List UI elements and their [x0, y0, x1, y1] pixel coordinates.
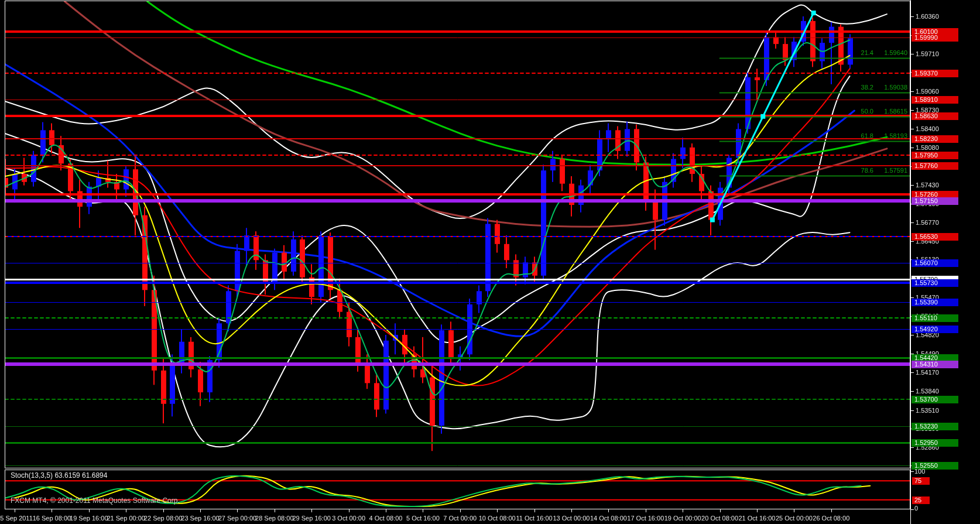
time-axis-label: 19 Oct 00:00 — [664, 515, 701, 522]
stoch-level-badge: 75 — [912, 477, 930, 485]
price-tick-label: 1.53510 — [916, 407, 939, 415]
price-tick-label: 1.56770 — [916, 219, 939, 227]
time-axis-label: 13 Oct 00:00 — [553, 515, 590, 522]
price-level-badge: 1.53230 — [912, 423, 958, 430]
fib-level-label: 1.58193 — [875, 132, 907, 140]
fib-level-label: 1.58615 — [875, 108, 907, 115]
price-tick-label: 1.53840 — [916, 388, 939, 395]
fib-level-label: 1.57591 — [875, 167, 907, 174]
time-axis-label: 22 Sep 08:00 — [144, 515, 182, 522]
time-axis-label: 27 Sep 00:00 — [218, 515, 256, 522]
price-level-badge: 1.59990 — [912, 34, 958, 42]
time-axis-label: 21 Sep 00:00 — [107, 515, 145, 522]
price-level-badge: 1.58910 — [912, 96, 958, 104]
fib-level-label: 1.59038 — [875, 84, 907, 91]
time-axis-label: 10 Oct 08:00 — [479, 515, 516, 522]
price-tick-label: 1.59710 — [916, 50, 939, 58]
price-level-badge: 1.57950 — [912, 152, 958, 159]
price-level-badge: 1.52950 — [912, 439, 958, 447]
price-level-badge: 1.58230 — [912, 135, 958, 143]
time-axis-label: 25 Oct 00:00 — [776, 515, 813, 522]
copyright-text: FXCM MT4, © 2001-2011 MetaQuotes Softwar… — [11, 497, 180, 505]
time-axis-label: 5 Oct 16:00 — [406, 515, 440, 522]
time-axis-label: 14 Oct 08:00 — [590, 515, 627, 522]
price-tick-label: 1.54170 — [916, 369, 939, 376]
time-axis-label: 29 Sep 16:00 — [292, 515, 330, 522]
fib-level-label: 1.59640 — [875, 49, 907, 57]
price-tick-label: 1.58400 — [916, 125, 939, 133]
stoch-level-badge: 25 — [912, 496, 930, 504]
time-axis-label: 28 Sep 08:00 — [255, 515, 293, 522]
price-level-badge: 1.53700 — [912, 396, 958, 403]
time-axis-label: 16 Sep 08:00 — [33, 515, 71, 522]
price-tick-label: 1.57430 — [916, 181, 939, 189]
time-axis-label: 4 Oct 08:00 — [369, 515, 403, 522]
time-axis-label: 23 Sep 16:00 — [181, 515, 219, 522]
stoch-scale-bottom: 0 — [914, 505, 918, 512]
price-chart-canvas[interactable] — [0, 0, 980, 524]
stoch-indicator-label: Stoch(13,3,5) 63.6159 61.6894 — [11, 472, 107, 480]
price-level-badge: 1.59370 — [912, 70, 958, 77]
time-axis-label: 3 Oct 00:00 — [332, 515, 365, 522]
price-tick-label: 1.58080 — [916, 144, 939, 152]
price-level-badge: 1.55730 — [912, 279, 958, 287]
price-tick-label: 1.60360 — [916, 13, 939, 20]
price-level-badge: 1.57760 — [912, 162, 958, 170]
price-level-badge: 1.56530 — [912, 233, 958, 241]
price-level-badge: 1.54920 — [912, 326, 958, 333]
fib-level-label: 78.6 — [838, 167, 873, 174]
fib-level-label: 38.2 — [838, 84, 873, 91]
time-axis-label: 15 Sep 2011 — [0, 515, 33, 522]
stoch-scale-top: 100 — [914, 468, 925, 475]
time-axis-label: 11 Oct 16:00 — [516, 515, 553, 522]
fib-level-label: 50.0 — [838, 108, 873, 115]
time-axis-label: 17 Oct 16:00 — [627, 515, 664, 522]
time-axis-label: 20 Oct 08:00 — [701, 515, 738, 522]
fib-level-label: 61.8 — [838, 132, 873, 140]
time-axis-label: 7 Oct 00:00 — [443, 515, 477, 522]
price-level-badge: 1.55110 — [912, 314, 958, 322]
price-level-badge: 1.54310 — [912, 361, 958, 368]
price-level-badge: 1.58630 — [912, 112, 958, 120]
time-axis-label: 26 Oct 08:00 — [813, 515, 849, 522]
time-axis-label: 19 Sep 16:00 — [70, 515, 108, 522]
price-level-badge: 1.56070 — [912, 259, 958, 267]
price-tick-label: 1.59060 — [916, 88, 939, 95]
price-level-badge: 1.57150 — [912, 197, 958, 205]
price-level-badge: 1.55390 — [912, 299, 958, 306]
time-axis-label: 21 Oct 16:00 — [739, 515, 776, 522]
fib-level-label: 21.4 — [838, 49, 873, 57]
mt4-chart-window: 1.603601.600301.597101.593901.590601.587… — [0, 0, 980, 524]
